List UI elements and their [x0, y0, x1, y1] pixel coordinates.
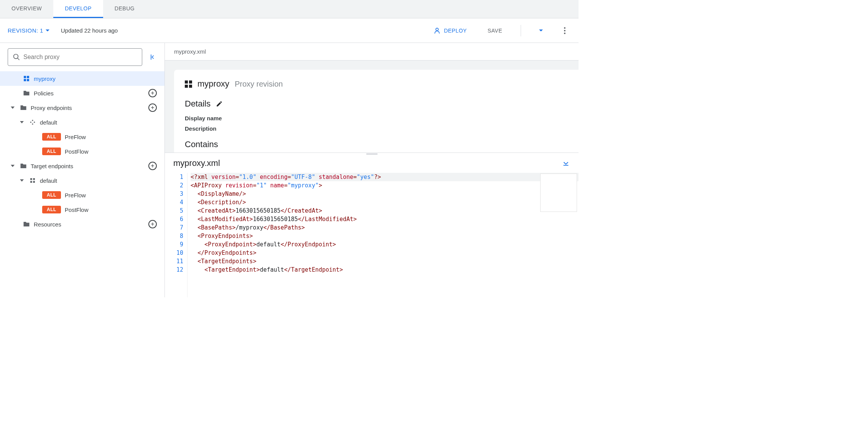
- code-area[interactable]: 1 2 3 4 5 6 7 8 9 10 11 12 <?xml version…: [165, 173, 579, 297]
- tree-node-policies[interactable]: Policies +: [0, 86, 164, 100]
- editor-title: myproxy.xml: [173, 158, 220, 168]
- subheader: REVISION: 1 Updated 22 hours ago DEPLOY …: [0, 18, 579, 43]
- proxy-name: myproxy: [197, 79, 229, 89]
- chevron-down-icon: [20, 121, 24, 123]
- tree-label: PreFlow: [65, 134, 157, 140]
- expand-toggle[interactable]: [9, 165, 16, 167]
- sidebar: myproxy Policies + Proxy endpoints +: [0, 43, 165, 297]
- proxy-subtitle: Proxy revision: [235, 80, 283, 89]
- top-tabs: OVERVIEW DEVELOP DEBUG: [0, 0, 579, 18]
- updated-text: Updated 22 hours ago: [61, 27, 118, 34]
- proxy-detail-card: myproxy Proxy revision Details Display n…: [174, 70, 579, 152]
- svg-point-2: [564, 30, 566, 31]
- svg-rect-6: [33, 178, 35, 180]
- tree-node-target-endpoints[interactable]: Target endpoints +: [0, 159, 164, 173]
- tree-label: Target endpoints: [31, 163, 145, 169]
- svg-point-0: [436, 28, 439, 31]
- edit-details-button[interactable]: [216, 100, 223, 107]
- chevron-down-icon: [539, 30, 543, 31]
- tree-node-proxy-preflow[interactable]: ALL PreFlow: [0, 130, 164, 144]
- revision-dropdown[interactable]: REVISION: 1: [8, 27, 49, 34]
- folder-icon: [23, 221, 30, 228]
- svg-point-3: [564, 33, 566, 34]
- target-icon: [29, 177, 36, 184]
- folder-icon: [23, 90, 30, 97]
- tree-node-target-default[interactable]: default: [0, 173, 164, 188]
- all-badge: ALL: [42, 191, 61, 199]
- editor-expand-button[interactable]: [562, 159, 570, 167]
- add-proxy-endpoint-button[interactable]: +: [148, 103, 157, 112]
- line-gutter: 1 2 3 4 5 6 7 8 9 10 11 12: [165, 173, 187, 297]
- all-badge: ALL: [42, 148, 61, 155]
- code-editor: myproxy.xml 1 2 3 4 5 6 7 8 9: [165, 152, 579, 297]
- code-minimap[interactable]: [540, 174, 577, 212]
- tree-node-resources[interactable]: Resources +: [0, 217, 164, 231]
- breadcrumb: myproxy.xml: [165, 43, 579, 61]
- expand-toggle[interactable]: [9, 107, 16, 109]
- expand-down-icon: [562, 159, 570, 167]
- expand-toggle[interactable]: [18, 121, 25, 123]
- deploy-button[interactable]: DEPLOY: [429, 25, 472, 37]
- svg-rect-8: [33, 181, 35, 183]
- expand-toggle[interactable]: [18, 179, 25, 182]
- chevron-down-icon: [20, 179, 24, 182]
- overflow-menu-button[interactable]: [559, 25, 571, 37]
- revision-label: REVISION: 1: [8, 27, 43, 34]
- description-label: Description: [185, 125, 568, 132]
- collapse-left-icon: [149, 53, 157, 61]
- folder-icon: [20, 162, 27, 169]
- tree-label: Resources: [34, 221, 145, 228]
- all-badge: ALL: [42, 133, 61, 141]
- tree-node-target-preflow[interactable]: ALL PreFlow: [0, 188, 164, 202]
- details-heading: Details: [185, 99, 568, 109]
- save-dropdown-button[interactable]: [535, 25, 547, 37]
- tree-label: Proxy endpoints: [31, 105, 145, 111]
- svg-rect-5: [30, 178, 32, 180]
- search-icon: [13, 53, 20, 61]
- deploy-icon: [433, 27, 441, 34]
- add-policy-button[interactable]: +: [148, 89, 157, 97]
- add-resource-button[interactable]: +: [148, 220, 157, 228]
- tree-node-myproxy[interactable]: myproxy: [0, 71, 164, 86]
- folder-icon: [20, 104, 27, 111]
- grid-icon: [23, 75, 30, 82]
- display-name-label: Display name: [185, 115, 568, 121]
- svg-rect-7: [30, 181, 32, 183]
- chevron-down-icon: [46, 30, 49, 31]
- save-button[interactable]: SAVE: [483, 25, 507, 36]
- collapse-sidebar-button[interactable]: [147, 51, 159, 63]
- chevron-down-icon: [11, 107, 15, 109]
- kebab-icon: [564, 27, 566, 34]
- add-target-endpoint-button[interactable]: +: [148, 162, 157, 170]
- content: myproxy.xml myproxy Proxy revision Detai…: [165, 43, 579, 297]
- tree-node-proxy-endpoints[interactable]: Proxy endpoints +: [0, 100, 164, 115]
- tab-debug[interactable]: DEBUG: [103, 0, 146, 18]
- chevron-down-icon: [11, 165, 15, 167]
- tree-node-proxy-postflow[interactable]: ALL PostFlow: [0, 144, 164, 159]
- divider: [521, 25, 521, 36]
- svg-point-4: [14, 54, 18, 59]
- tab-overview[interactable]: OVERVIEW: [0, 0, 53, 18]
- tree-label: default: [40, 177, 157, 184]
- tab-develop[interactable]: DEVELOP: [53, 0, 103, 18]
- tree-label: PreFlow: [65, 192, 157, 198]
- tree-node-target-postflow[interactable]: ALL PostFlow: [0, 202, 164, 217]
- tree-label: Policies: [34, 90, 145, 97]
- svg-point-1: [564, 27, 566, 29]
- pencil-icon: [216, 100, 223, 107]
- tree-label: PostFlow: [65, 207, 157, 213]
- tree-label: default: [40, 119, 157, 126]
- endpoint-icon: [29, 119, 36, 126]
- tree-label: PostFlow: [65, 148, 157, 155]
- tree-label: myproxy: [34, 75, 157, 82]
- search-proxy-input[interactable]: [23, 54, 137, 61]
- tree-node-proxy-default[interactable]: default: [0, 115, 164, 130]
- all-badge: ALL: [42, 206, 61, 213]
- grid-icon: [185, 80, 192, 88]
- proxy-tree: myproxy Policies + Proxy endpoints +: [0, 71, 164, 297]
- search-proxy-input-wrap[interactable]: [8, 48, 142, 66]
- code-body[interactable]: <?xml version="1.0" encoding="UTF-8" sta…: [187, 173, 579, 297]
- contains-heading: Contains: [185, 139, 568, 149]
